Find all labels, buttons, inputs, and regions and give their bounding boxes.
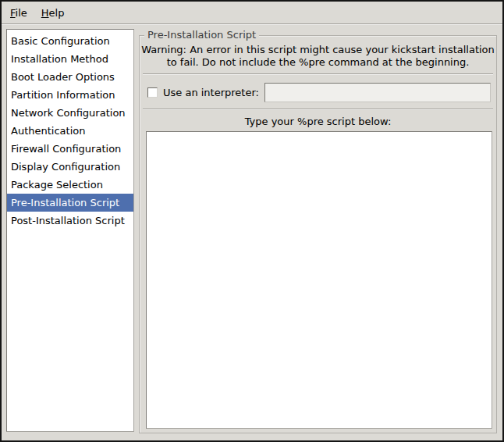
sidebar-item[interactable]: Network Configuration [7,104,133,122]
sidebar-item[interactable]: Partition Information [7,86,133,104]
pre-script-textarea[interactable] [146,131,492,429]
menu-help[interactable]: Help [34,3,72,23]
warning-text: Warning: An error in this script might c… [140,44,496,69]
sidebar-item[interactable]: Post-Installation Script [7,212,133,230]
use-interpreter-checkbox[interactable] [147,87,158,98]
sidebar-item[interactable]: Boot Loader Options [7,68,133,86]
sidebar-item[interactable]: Package Selection [7,176,133,194]
sidebar-item[interactable]: Pre-Installation Script [7,194,133,212]
interpreter-input[interactable] [264,83,491,102]
script-area-label: Type your %pre script below: [140,116,496,127]
interpreter-row: Use an interpreter: [147,82,491,102]
use-interpreter-label: Use an interpreter: [163,87,259,98]
sidebar-item[interactable]: Display Configuration [7,158,133,176]
panel-title: Pre-Installation Script [144,29,259,41]
separator [143,109,493,110]
category-list: Basic Configuration Installation Method … [6,29,134,432]
warning-line-1: Warning: An error in this script might c… [140,44,496,56]
sidebar-item[interactable]: Firewall Configuration [7,140,133,158]
sidebar-item[interactable]: Authentication [7,122,133,140]
menu-file[interactable]: File [3,3,34,23]
menubar: File Help [2,2,502,24]
pre-installation-script-panel: Pre-Installation Script Warning: An erro… [139,35,497,433]
warning-line-2: to fail. Do not include the %pre command… [140,56,496,69]
kickstart-configurator-window: File Help Basic Configuration Installati… [0,0,504,442]
sidebar-item[interactable]: Basic Configuration [7,32,133,50]
sidebar-item[interactable]: Installation Method [7,50,133,68]
separator [143,73,493,75]
